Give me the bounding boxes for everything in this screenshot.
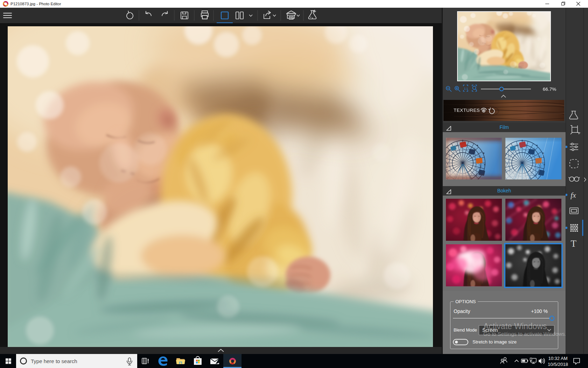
svg-text:1:1: 1:1 bbox=[464, 87, 468, 90]
svg-text:T: T bbox=[571, 238, 577, 249]
svg-text:fx: fx bbox=[570, 191, 576, 199]
